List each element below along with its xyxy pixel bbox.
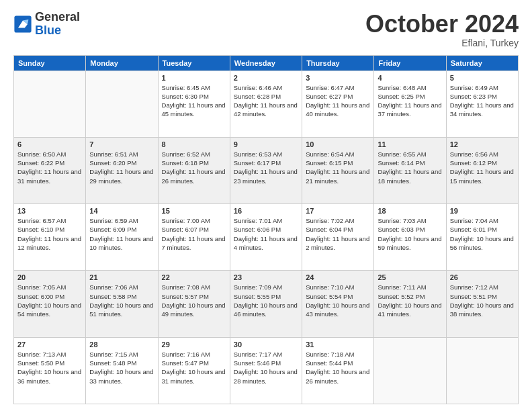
sunset: Sunset: 6:03 PM [378, 226, 425, 233]
sunset: Sunset: 6:22 PM [17, 159, 64, 167]
daylight: Daylight: 10 hours and 49 minutes. [162, 302, 226, 318]
day-number: 27 [17, 340, 82, 349]
day-info: Sunrise: 6:46 AMSunset: 6:28 PMDaylight:… [234, 83, 298, 119]
sunset: Sunset: 6:04 PM [306, 226, 353, 233]
daylight: Daylight: 11 hours and 4 minutes. [234, 235, 298, 251]
day-number: 10 [306, 140, 370, 148]
sunset: Sunset: 6:01 PM [450, 226, 497, 233]
daylight: Daylight: 10 hours and 56 minutes. [450, 235, 514, 251]
day-info: Sunrise: 6:49 AMSunset: 6:23 PMDaylight:… [450, 83, 515, 119]
day-info: Sunrise: 7:17 AMSunset: 5:46 PMDaylight:… [234, 350, 298, 385]
calendar-day-header-friday: Friday [374, 55, 446, 71]
day-number: 30 [234, 340, 298, 349]
daylight: Daylight: 10 hours and 43 minutes. [306, 302, 369, 318]
sunrise: Sunrise: 7:01 AM [234, 217, 282, 224]
calendar-cell [14, 71, 86, 137]
day-number: 9 [234, 140, 298, 148]
daylight: Daylight: 10 hours and 41 minutes. [378, 302, 441, 318]
calendar-cell: 14Sunrise: 6:59 AMSunset: 6:09 PMDayligh… [86, 204, 158, 271]
day-info: Sunrise: 7:16 AMSunset: 5:47 PMDaylight:… [162, 350, 226, 385]
sunrise: Sunrise: 7:12 AM [450, 283, 498, 291]
calendar-cell: 30Sunrise: 7:17 AMSunset: 5:46 PMDayligh… [230, 337, 302, 404]
daylight: Daylight: 11 hours and 21 minutes. [306, 168, 369, 184]
day-number: 24 [306, 273, 370, 281]
sunrise: Sunrise: 6:47 AM [306, 84, 354, 91]
daylight: Daylight: 11 hours and 26 minutes. [162, 168, 226, 184]
sunrise: Sunrise: 7:09 AM [234, 283, 282, 291]
sunset: Sunset: 5:51 PM [450, 293, 497, 300]
calendar-cell: 23Sunrise: 7:09 AMSunset: 5:55 PMDayligh… [230, 271, 302, 337]
sunrise: Sunrise: 6:51 AM [89, 150, 138, 158]
day-number: 31 [306, 340, 370, 349]
day-number: 1 [162, 74, 226, 82]
calendar-cell: 28Sunrise: 7:15 AMSunset: 5:48 PMDayligh… [86, 337, 158, 404]
daylight: Daylight: 11 hours and 45 minutes. [162, 101, 226, 118]
sunrise: Sunrise: 7:16 AM [162, 351, 210, 358]
calendar-cell: 13Sunrise: 6:57 AMSunset: 6:10 PMDayligh… [14, 204, 86, 271]
day-number: 11 [378, 140, 442, 148]
sunrise: Sunrise: 6:57 AM [17, 217, 66, 224]
day-info: Sunrise: 6:47 AMSunset: 6:27 PMDaylight:… [306, 83, 370, 119]
daylight: Daylight: 10 hours and 33 minutes. [89, 368, 153, 384]
calendar-week-row: 20Sunrise: 7:05 AMSunset: 6:00 PMDayligh… [14, 271, 519, 337]
calendar-cell: 31Sunrise: 7:18 AMSunset: 5:44 PMDayligh… [302, 337, 374, 404]
calendar-cell: 2Sunrise: 6:46 AMSunset: 6:28 PMDaylight… [230, 71, 302, 137]
sunset: Sunset: 6:27 PM [306, 93, 353, 100]
sunset: Sunset: 5:58 PM [89, 293, 136, 300]
sunset: Sunset: 6:15 PM [306, 159, 353, 167]
sunset: Sunset: 6:30 PM [162, 93, 209, 100]
sunrise: Sunrise: 6:50 AM [17, 150, 66, 158]
calendar-day-header-saturday: Saturday [446, 55, 518, 71]
sunset: Sunset: 5:46 PM [234, 359, 281, 367]
day-number: 13 [17, 207, 82, 215]
calendar-cell: 15Sunrise: 7:00 AMSunset: 6:07 PMDayligh… [158, 204, 230, 271]
day-info: Sunrise: 6:57 AMSunset: 6:10 PMDaylight:… [17, 216, 82, 252]
daylight: Daylight: 10 hours and 26 minutes. [306, 368, 369, 384]
calendar-cell [446, 337, 518, 404]
sunrise: Sunrise: 6:49 AM [450, 84, 498, 91]
sunrise: Sunrise: 6:59 AM [89, 217, 138, 224]
day-info: Sunrise: 7:05 AMSunset: 6:00 PMDaylight:… [17, 283, 82, 318]
header: General Blue October 2024 Eflani, Turkey [13, 11, 519, 48]
calendar-cell: 19Sunrise: 7:04 AMSunset: 6:01 PMDayligh… [446, 204, 518, 271]
calendar-week-row: 27Sunrise: 7:13 AMSunset: 5:50 PMDayligh… [14, 337, 519, 404]
sunrise: Sunrise: 7:18 AM [306, 351, 354, 358]
sunrise: Sunrise: 6:55 AM [378, 150, 426, 158]
calendar-day-header-thursday: Thursday [302, 55, 374, 71]
sunset: Sunset: 5:52 PM [378, 293, 425, 300]
calendar-cell: 21Sunrise: 7:06 AMSunset: 5:58 PMDayligh… [86, 271, 158, 337]
daylight: Daylight: 11 hours and 29 minutes. [89, 168, 153, 184]
day-info: Sunrise: 7:08 AMSunset: 5:57 PMDaylight:… [162, 283, 226, 318]
daylight: Daylight: 10 hours and 38 minutes. [450, 302, 514, 318]
daylight: Daylight: 11 hours and 34 minutes. [450, 101, 514, 118]
calendar-cell: 9Sunrise: 6:53 AMSunset: 6:17 PMDaylight… [230, 137, 302, 203]
logo: General Blue [13, 11, 80, 38]
sunrise: Sunrise: 7:15 AM [89, 351, 138, 358]
day-number: 15 [162, 207, 226, 215]
sunrise: Sunrise: 7:04 AM [450, 217, 498, 224]
sunrise: Sunrise: 7:00 AM [162, 217, 210, 224]
day-number: 17 [306, 207, 370, 215]
day-number: 7 [89, 140, 154, 148]
calendar-cell: 5Sunrise: 6:49 AMSunset: 6:23 PMDaylight… [446, 71, 518, 137]
calendar-cell: 18Sunrise: 7:03 AMSunset: 6:03 PMDayligh… [374, 204, 446, 271]
day-info: Sunrise: 7:00 AMSunset: 6:07 PMDaylight:… [162, 216, 226, 252]
day-number: 14 [89, 207, 154, 215]
daylight: Daylight: 11 hours and 2 minutes. [306, 235, 369, 251]
day-info: Sunrise: 6:48 AMSunset: 6:25 PMDaylight:… [378, 83, 442, 119]
day-info: Sunrise: 7:12 AMSunset: 5:51 PMDaylight:… [450, 283, 515, 318]
day-info: Sunrise: 7:01 AMSunset: 6:06 PMDaylight:… [234, 216, 298, 252]
sunrise: Sunrise: 7:05 AM [17, 283, 66, 291]
sunset: Sunset: 5:48 PM [89, 359, 136, 367]
day-number: 12 [450, 140, 515, 148]
daylight: Daylight: 11 hours and 37 minutes. [378, 101, 441, 118]
sunrise: Sunrise: 6:54 AM [306, 150, 354, 158]
calendar-cell: 22Sunrise: 7:08 AMSunset: 5:57 PMDayligh… [158, 271, 230, 337]
day-number: 2 [234, 74, 298, 82]
daylight: Daylight: 11 hours and 15 minutes. [450, 168, 514, 184]
calendar-cell: 26Sunrise: 7:12 AMSunset: 5:51 PMDayligh… [446, 271, 518, 337]
daylight: Daylight: 10 hours and 36 minutes. [17, 368, 81, 384]
day-info: Sunrise: 6:51 AMSunset: 6:20 PMDaylight:… [89, 150, 154, 185]
calendar-day-header-monday: Monday [86, 55, 158, 71]
calendar-cell: 6Sunrise: 6:50 AMSunset: 6:22 PMDaylight… [14, 137, 86, 203]
